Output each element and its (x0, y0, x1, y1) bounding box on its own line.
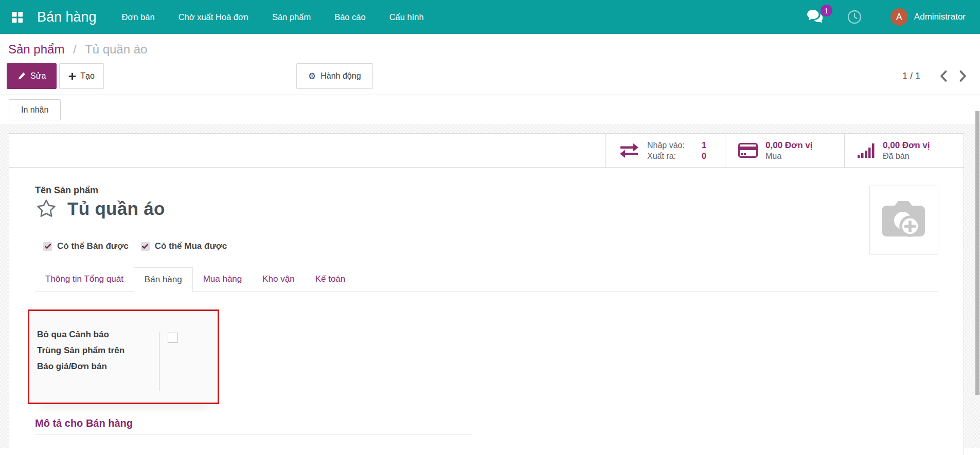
report-buttons-row: In nhãn (0, 95, 980, 124)
can-sell-checkbox[interactable]: Có thể Bán được (43, 241, 129, 251)
product-image-upload[interactable] (869, 186, 938, 254)
chevron-right-icon (959, 70, 967, 82)
stat-button-purchased[interactable]: 0,00 Đơn vị Mua (725, 134, 844, 167)
print-label-button[interactable]: In nhãn (9, 99, 61, 120)
gear-icon: ⚙ (308, 71, 316, 81)
warning-field-highlight-annotation: Bỏ qua Cảnh báo Trùng Sản phẩm trên Báo … (28, 310, 219, 404)
menu-item-san-pham[interactable]: Sản phẩm (260, 0, 323, 34)
warning-field-checkbox-unchecked[interactable] (168, 333, 178, 343)
clock-icon (847, 10, 862, 24)
can-buy-checkbox[interactable]: Có thể Mua được (141, 241, 227, 251)
activities-button[interactable] (847, 10, 862, 24)
star-icon (35, 198, 58, 220)
breadcrumb-separator: / (73, 42, 77, 56)
exchange-arrows-icon (619, 143, 639, 158)
main-menu: Đơn bán Chờ xuất Hoá đơn Sản phẩm Báo cá… (110, 0, 436, 34)
tab-sales[interactable]: Bán hàng (134, 267, 193, 292)
notebook-tabs: Thông tin Tổng quát Bán hàng Mua hàng Kh… (35, 267, 938, 292)
stat-button-sold[interactable]: 0,00 Đơn vị Đã bán (844, 134, 964, 167)
stat-button-stock-moves[interactable]: Nhập vào: 1 Xuất ra: 0 (605, 134, 725, 167)
menu-item-cau-hinh[interactable]: Cấu hình (378, 0, 436, 34)
camera-plus-icon (880, 201, 928, 240)
checkbox-checked (141, 242, 150, 251)
stat-label: Mua (765, 151, 812, 161)
warning-field-label: Bỏ qua Cảnh báo Trùng Sản phẩm trên Báo … (29, 311, 159, 403)
stat-value: 0,00 Đơn vị (765, 140, 812, 151)
control-panel: Sửa Tạo ⚙ Hành động 1 / 1 (0, 63, 980, 89)
menu-item-bao-cao[interactable]: Báo cáo (323, 0, 378, 34)
stat-label: Đã bán (883, 151, 930, 161)
stat-label: Xuất ra: (647, 151, 693, 161)
stat-label: Nhập vào: (647, 140, 693, 151)
pager-previous-button[interactable] (934, 66, 953, 86)
edit-button[interactable]: Sửa (7, 63, 57, 89)
product-title: Tủ quần áo (67, 198, 165, 219)
stat-value: 0 (702, 151, 706, 161)
tab-inventory[interactable]: Kho vận (252, 267, 305, 292)
product-name-label: Tên Sản phẩm (35, 185, 938, 196)
menu-item-don-ban[interactable]: Đơn bán (110, 0, 167, 34)
chevron-left-icon (939, 70, 948, 82)
breadcrumb: Sản phẩm / Tủ quần áo (0, 34, 980, 63)
tab-general-info[interactable]: Thông tin Tổng quát (35, 267, 134, 292)
stat-value: 0,00 Đơn vị (883, 140, 930, 151)
sales-tab-pane: Bỏ qua Cảnh báo Trùng Sản phẩm trên Báo … (35, 292, 938, 435)
field-divider (159, 332, 159, 391)
pager: 1 / 1 (902, 66, 973, 86)
menu-item-cho-xuat-hoa-don[interactable]: Chờ xuất Hoá đơn (167, 0, 260, 34)
tab-accounting[interactable]: Kế toán (305, 267, 356, 292)
stat-value: 1 (702, 140, 706, 151)
app-brand[interactable]: Bán hàng (37, 9, 97, 25)
breadcrumb-current: Tủ quần áo (85, 42, 147, 56)
navbar-right: 1 A Administrator (806, 8, 966, 26)
form-view-background: Nhập vào: 1 Xuất ra: 0 0,00 (0, 124, 980, 448)
apps-grid-icon[interactable] (10, 10, 24, 24)
sales-description-section-title: Mô tả cho Bán hàng (35, 417, 472, 435)
bar-chart-icon (858, 142, 875, 158)
create-button[interactable]: Tạo (59, 63, 104, 89)
user-avatar[interactable]: A (890, 8, 908, 26)
vertical-scrollbar (975, 34, 980, 455)
user-menu[interactable]: Administrator (914, 12, 966, 22)
tab-purchase[interactable]: Mua hàng (193, 267, 253, 292)
scrollbar-thumb[interactable] (975, 111, 979, 395)
top-navbar: Bán hàng Đơn bán Chờ xuất Hoá đơn Sản ph… (0, 0, 980, 34)
product-form-sheet: Nhập vào: 1 Xuất ra: 0 0,00 (9, 133, 964, 455)
pencil-icon (17, 72, 26, 80)
checkmark-icon (142, 244, 148, 249)
pager-value: 1 / 1 (902, 71, 920, 82)
sheet-body: Tên Sản phẩm Tủ quần áo Có thể Bán (9, 168, 964, 435)
stat-button-row: Nhập vào: 1 Xuất ra: 0 0,00 (9, 134, 964, 168)
plus-icon (68, 72, 76, 80)
pager-next-button[interactable] (953, 66, 973, 86)
favorite-toggle[interactable] (35, 198, 58, 220)
messages-button[interactable]: 1 (806, 9, 824, 25)
messages-count-badge: 1 (821, 5, 832, 16)
checkbox-checked (43, 242, 52, 251)
credit-card-icon (738, 143, 758, 158)
checkmark-icon (45, 244, 51, 249)
action-menu-button[interactable]: ⚙ Hành động (296, 63, 373, 89)
breadcrumb-parent-link[interactable]: Sản phẩm (8, 42, 64, 56)
